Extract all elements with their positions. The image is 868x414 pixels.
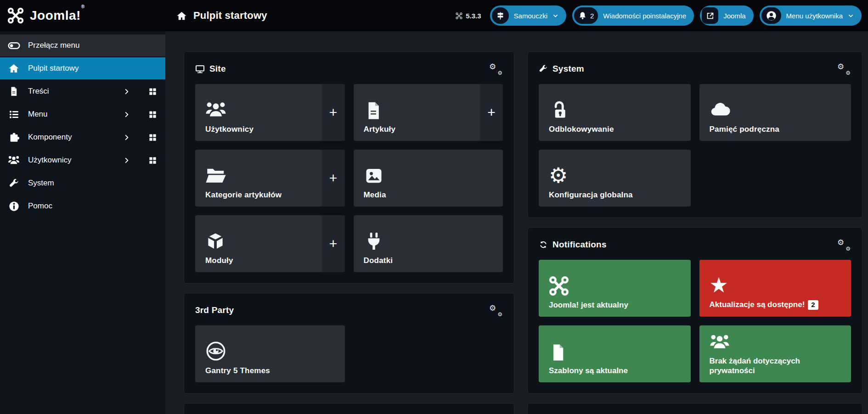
categories-link[interactable]: Kategorie artykułów [195, 150, 322, 207]
panel-title: System [552, 64, 584, 74]
sidebar-item-label: Komponenty [28, 133, 72, 142]
user-icon [761, 7, 781, 24]
panel-title: Site [209, 64, 226, 74]
system-card-global-config: ⚙ Konfiguracja globalna [539, 150, 691, 207]
chevron-right-icon [123, 134, 130, 141]
notification-templates-up-to-date[interactable]: Szablony są aktualne [539, 325, 691, 382]
page-icon [549, 343, 682, 362]
postinstall-messages-button[interactable]: 2 Wiadomości poinstalacyjne [572, 6, 694, 26]
notification-privacy-requests[interactable]: Brak żądań dotyczących prywatności [699, 325, 851, 382]
updates-count-badge: 2 [808, 300, 818, 310]
info-icon [7, 201, 21, 212]
card-label: Użytkownicy [205, 125, 315, 134]
joomla-version: 5.3.3 [456, 12, 481, 20]
card-label: Moduły [205, 256, 315, 265]
dashboard-grid-icon[interactable] [148, 87, 157, 96]
cogs-icon: ⚙ [489, 62, 496, 71]
plugins-link[interactable]: Dodatki [354, 215, 503, 272]
sidebar-item-dashboard[interactable]: Pulpit startowy [0, 57, 165, 79]
home-icon [7, 63, 21, 74]
chevron-down-icon [848, 13, 854, 19]
article-icon [364, 101, 473, 120]
dashboard-grid-icon[interactable] [148, 110, 157, 119]
sidebar-item-help[interactable]: Pomoc [0, 195, 165, 217]
site-card-media: Media [354, 150, 503, 207]
site-card-plugins: Dodatki [354, 215, 503, 272]
sidebar-item-users[interactable]: Użytkownicy [0, 149, 165, 171]
panel-partial-bottom-right [527, 403, 862, 414]
media-link[interactable]: Media [354, 150, 503, 207]
notification-updates-available[interactable]: ★ Aktualizacje są dostępne!2 [699, 260, 851, 317]
cache-link[interactable]: Pamięć podręczna [699, 84, 851, 141]
notification-label: Aktualizacje są dostępne!2 [710, 300, 842, 310]
cogs-icon: ⚙ [497, 311, 502, 318]
add-category-button[interactable]: + [322, 150, 345, 207]
page-title: Pulpit startowy [193, 10, 267, 22]
joomla-logo[interactable]: Joomla!® [0, 7, 165, 24]
messages-count: 2 [590, 12, 594, 20]
left-column: Site ⚙ ⚙ Użytkownicy + [184, 51, 514, 414]
plus-icon: + [329, 170, 338, 186]
global-configuration-link[interactable]: ⚙ Konfiguracja globalna [539, 150, 691, 207]
global-checkin-link[interactable]: Odblokowywanie [539, 84, 691, 141]
sidebar-item-label: Menu [28, 110, 48, 119]
sidebar-item-toggle-menu[interactable]: Przełącz menu [0, 34, 165, 56]
articles-link[interactable]: Artykuły [354, 84, 480, 141]
panel-settings-button[interactable]: ⚙ ⚙ [489, 304, 503, 316]
users-icon [7, 154, 21, 166]
list-icon [7, 109, 21, 120]
card-label: Media [364, 190, 496, 200]
sidebar-item-system[interactable]: System [0, 172, 165, 194]
dashboard-grid-icon[interactable] [148, 133, 157, 142]
page-heading: Pulpit startowy [176, 10, 267, 22]
sidebar-item-content[interactable]: Treści [0, 80, 165, 102]
add-module-button[interactable]: + [322, 215, 345, 272]
panel-settings-button[interactable]: ⚙ ⚙ [837, 239, 851, 251]
joomla-wordmark: Joomla!® [30, 8, 85, 23]
add-article-button[interactable]: + [480, 84, 503, 141]
plus-icon: + [487, 105, 496, 120]
card-label: Dodatki [364, 256, 496, 265]
joomla-logo-icon [7, 7, 24, 24]
dashboard-grid-icon[interactable] [148, 156, 157, 165]
eye-icon [205, 341, 338, 362]
notification-joomla-up-to-date[interactable]: Joomla! jest aktualny [539, 260, 691, 317]
topbar-actions: 5.3.3 Samouczki 2 Wiadomości poinstalacy… [456, 6, 862, 26]
sidebar-item-label: Treści [28, 87, 49, 96]
gantry-themes-link[interactable]: Gantry 5 Themes [195, 325, 345, 382]
cogs-icon: ⚙ [845, 70, 851, 76]
users-icon [205, 99, 315, 120]
cloud-icon [710, 98, 844, 120]
add-user-button[interactable]: + [322, 84, 345, 141]
users-link[interactable]: Użytkownicy [195, 84, 322, 141]
notification-label: Szablony są aktualne [549, 366, 682, 375]
panel-settings-button[interactable]: ⚙ ⚙ [489, 63, 503, 75]
cogs-icon: ⚙ [489, 303, 496, 313]
modules-link[interactable]: Moduły [195, 215, 322, 272]
site-card-articles: Artykuły + [354, 84, 503, 141]
toggle-icon [7, 39, 21, 52]
panel-notifications: Notifications ⚙ ⚙ Joomla! jest aktualny … [527, 227, 862, 394]
user-menu-button[interactable]: Menu użytkownika [760, 6, 862, 26]
monitor-icon [195, 64, 205, 74]
home-icon [176, 11, 187, 21]
system-card-cache: Pamięć podręczna [699, 84, 851, 141]
sidebar: Przełącz menu Pulpit startowy Treści Men… [0, 31, 165, 414]
card-label: Artykuły [364, 125, 473, 134]
panel-settings-button[interactable]: ⚙ ⚙ [837, 63, 851, 75]
joomla-site-button[interactable]: Joomla [700, 6, 753, 26]
card-label: Kategorie artykułów [205, 190, 315, 200]
bell-icon [578, 11, 587, 20]
chevron-right-icon [123, 88, 130, 95]
sidebar-item-label: Przełącz menu [28, 41, 79, 50]
tutorials-button[interactable]: Samouczki [490, 6, 566, 26]
joomla-icon [549, 276, 682, 296]
sidebar-item-components[interactable]: Komponenty [0, 126, 165, 148]
messages-count-bubble: 2 [574, 7, 598, 24]
cogs-icon: ⚙ [497, 70, 502, 76]
plus-icon: + [329, 105, 338, 120]
sidebar-item-menu[interactable]: Menu [0, 103, 165, 125]
notification-label: Brak żądań dotyczących prywatności [710, 356, 842, 376]
sidebar-item-label: Pulpit startowy [28, 64, 79, 73]
wrench-icon [539, 64, 548, 73]
